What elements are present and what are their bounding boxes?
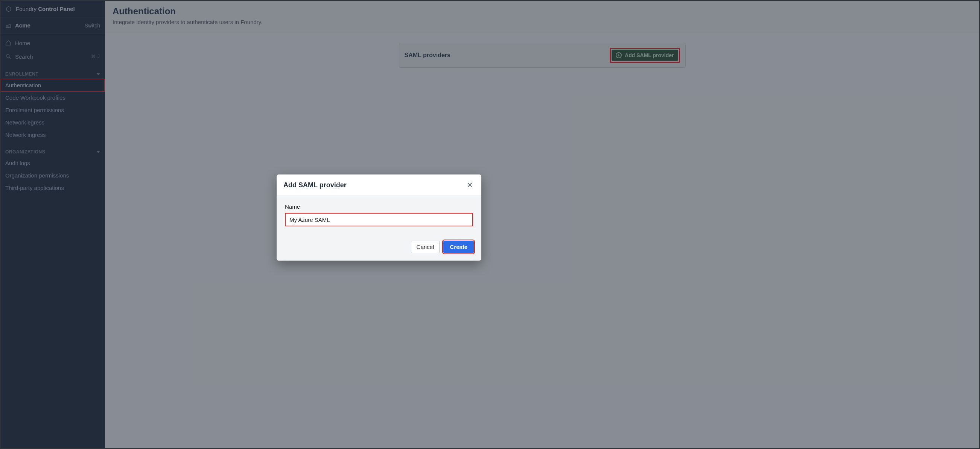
modal-header: Add SAML provider ✕ — [277, 175, 481, 196]
modal-backdrop[interactable] — [0, 0, 980, 449]
add-saml-modal: Add SAML provider ✕ Name Cancel Create — [277, 175, 481, 260]
modal-footer: Cancel Create — [277, 230, 481, 260]
name-field-label: Name — [285, 203, 473, 210]
close-icon[interactable]: ✕ — [465, 180, 474, 190]
modal-title: Add SAML provider — [283, 181, 347, 189]
modal-body: Name — [277, 196, 481, 230]
cancel-button[interactable]: Cancel — [411, 241, 440, 253]
provider-name-input[interactable] — [285, 213, 473, 226]
create-button[interactable]: Create — [443, 241, 474, 253]
